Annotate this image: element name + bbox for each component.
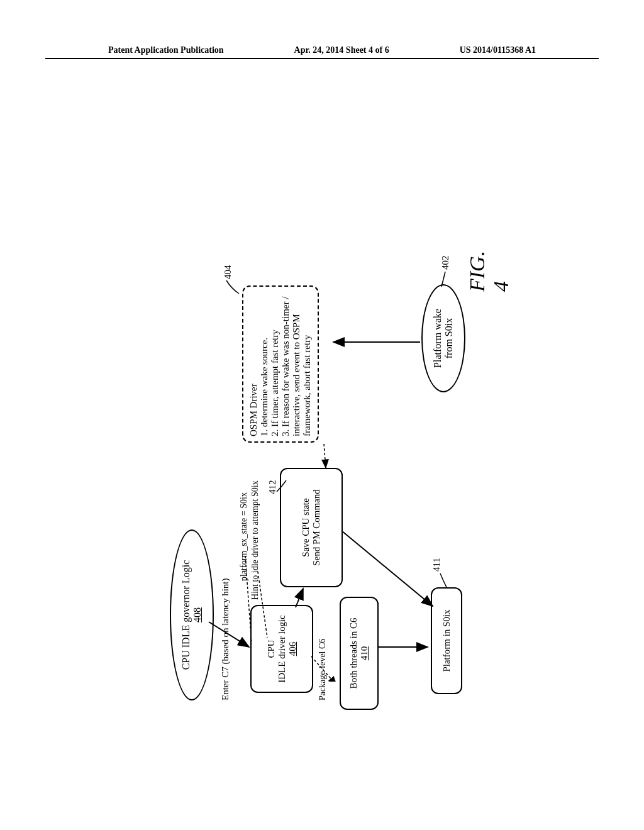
svg-line-9 xyxy=(324,444,326,468)
callout-411: 411 xyxy=(431,558,442,572)
header-right: US 2014/0115368 A1 xyxy=(460,45,536,55)
platform-sx-line2: Hint to idle driver to attempt S0ix xyxy=(250,480,260,600)
governor-ref: 408 xyxy=(192,607,203,622)
governor-title: CPU IDLE governor Logic xyxy=(180,560,192,670)
idle-driver-line2: IDLE driver logic xyxy=(277,611,287,687)
header-center: Apr. 24, 2014 Sheet 4 of 6 xyxy=(294,45,389,55)
ospm-item1: 1. determine wake source. xyxy=(259,292,270,436)
governor-ellipse: CPU IDLE governor Logic 408 xyxy=(170,529,214,700)
fig-label: FIG. 4 xyxy=(465,241,513,292)
save-cpu-line1: Save CPU state xyxy=(301,474,311,581)
both-threads-box: Both threads in C6 410 xyxy=(340,597,379,710)
both-threads-text: Both threads in C6 xyxy=(348,603,359,704)
save-cpu-box: Save CPU state Send PM Command xyxy=(280,468,343,587)
platform-wake-line1: Platform wake xyxy=(432,309,443,368)
both-threads-ref: 410 xyxy=(359,603,370,704)
package-level-label: Package-level C6 xyxy=(318,639,328,700)
callout-404: 404 xyxy=(223,265,233,280)
svg-line-7 xyxy=(341,531,433,606)
save-cpu-line2: Send PM Command xyxy=(311,474,322,581)
page-header: Patent Application Publication Apr. 24, … xyxy=(45,0,599,59)
ospm-item2: 2. If timer, attempt fast retry xyxy=(270,292,280,436)
platform-s0ix-box: Platform in S0ix xyxy=(431,587,462,694)
rotated-diagram: CPU IDLE governor Logic 408 Enter C7 (ba… xyxy=(170,241,497,682)
ospm-driver-box: OSPM Driver 1. determine wake source. 2.… xyxy=(242,285,319,443)
platform-wake-line2: from S0ix xyxy=(443,318,455,358)
header-left: Patent Application Publication xyxy=(108,45,224,55)
platform-wake-ellipse: Platform wake from S0ix xyxy=(421,284,465,392)
callout-412: 412 xyxy=(267,480,278,495)
platform-sx-line1: platform_sx_state = S0ix xyxy=(239,492,249,581)
callout-402: 402 xyxy=(440,256,451,270)
ospm-item3: 3. If reason for wake was non-timer / in… xyxy=(280,292,313,436)
idle-driver-box: CPU IDLE driver logic 406 xyxy=(250,605,313,693)
diagram-area: CPU IDLE governor Logic 408 Enter C7 (ba… xyxy=(0,59,644,122)
idle-driver-ref: 406 xyxy=(287,611,298,687)
ospm-title: OSPM Driver xyxy=(248,292,259,436)
idle-driver-line1: CPU xyxy=(266,611,277,687)
enter-c7-label: Enter C7 (based on latency hint) xyxy=(220,578,231,700)
platform-s0ix-text: Platform in S0ix xyxy=(441,594,452,688)
